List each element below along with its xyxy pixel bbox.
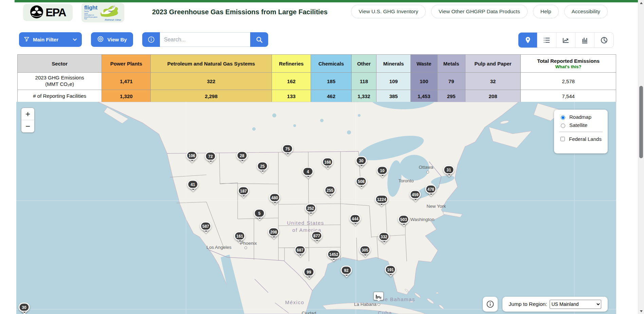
flight-logo[interactable]: flight FacilityLevelInformation onGreenH…: [81, 3, 124, 22]
cluster-marker[interactable]: 187: [238, 186, 249, 196]
scrollbar-thumb[interactable]: [639, 86, 643, 158]
cluster-marker[interactable]: 687: [295, 245, 306, 255]
cluster-marker[interactable]: 191: [385, 265, 396, 274]
facility-marker[interactable]: [373, 292, 384, 300]
scroll-down-arrow[interactable]: [638, 308, 644, 314]
trend-view-button[interactable]: [556, 33, 575, 48]
cluster-marker[interactable]: 587: [200, 222, 211, 231]
cluster-marker[interactable]: 877: [311, 231, 323, 240]
cluster-marker[interactable]: 508: [356, 177, 367, 186]
radio-roadmap[interactable]: [561, 115, 565, 120]
filter-funnel-icon: [24, 36, 30, 43]
sector-column-header: Petroleum and Natural Gas Systems: [151, 55, 272, 73]
search-submit-button[interactable]: [250, 32, 268, 47]
emissions-cell: 32: [465, 73, 520, 90]
radio-satellite[interactable]: [561, 124, 565, 128]
facilities-cell: 385: [376, 90, 411, 103]
search-input[interactable]: [160, 32, 250, 47]
cluster-marker[interactable]: 72: [205, 152, 216, 161]
header-buttons: View U.S. GHG InventoryView Other GHGRP …: [351, 5, 608, 18]
view-by-eye-icon: [97, 36, 104, 43]
cluster-marker[interactable]: 99: [303, 267, 315, 277]
cluster-marker[interactable]: 1452: [327, 250, 341, 259]
header-button[interactable]: Accessibility: [564, 5, 608, 18]
total-emissions-cell: 2,578: [521, 73, 616, 90]
cluster-marker[interactable]: 5: [254, 209, 265, 218]
cluster-marker[interactable]: 161: [234, 232, 245, 241]
epa-logo[interactable]: EPA: [23, 4, 73, 21]
cluster-marker[interactable]: 1224: [375, 195, 388, 204]
header-button[interactable]: View Other GHGRP Data Products: [431, 5, 528, 18]
cluster-marker[interactable]: 10: [377, 166, 388, 175]
map-type-control: Roadmap Satellite Federal Lands: [554, 110, 608, 153]
search-info-button[interactable]: [142, 32, 160, 47]
cluster-marker[interactable]: 480: [269, 193, 280, 202]
facilities-cell: 2,298: [151, 90, 272, 103]
scroll-up-arrow[interactable]: [638, 0, 644, 6]
facilities-row-label: # of Reporting Facilities: [18, 90, 102, 103]
page-title: 2023 Greenhouse Gas Emissions from Large…: [152, 8, 328, 16]
emissions-cell: 109: [376, 73, 411, 90]
cluster-marker[interactable]: 255: [325, 186, 336, 195]
cluster-marker[interactable]: 168: [322, 158, 333, 167]
flight-logo-text: flight: [84, 5, 97, 11]
federal-lands-label: Federal Lands: [569, 136, 602, 142]
jump-to-region-panel: Jump to Region: US Mainland: [502, 297, 608, 312]
cluster-marker[interactable]: 332: [379, 232, 390, 241]
cluster-marker[interactable]: 30: [356, 156, 367, 165]
basemap: [16, 102, 616, 314]
cluster-marker[interactable]: 4: [302, 167, 314, 176]
cluster-marker[interactable]: 503: [398, 215, 409, 224]
cluster-marker[interactable]: 28: [237, 151, 248, 160]
cluster-marker[interactable]: 305: [360, 245, 371, 255]
header-button[interactable]: Help: [533, 5, 559, 18]
satellite-option[interactable]: Satellite: [559, 122, 603, 128]
refresh-view-link[interactable]: Refresh View: [105, 18, 121, 21]
search-group: [142, 32, 268, 47]
pie-chart-view-button[interactable]: [594, 33, 613, 48]
zoom-control: + −: [21, 108, 35, 133]
cluster-marker[interactable]: 92: [341, 266, 352, 275]
map[interactable]: OttawaTorontoNew YorkWashingtonLos Angel…: [16, 102, 616, 314]
sector-column-header: Refineries: [272, 55, 311, 73]
emissions-cell: 118: [351, 73, 376, 90]
cluster-marker[interactable]: 444: [350, 214, 361, 223]
sector-column-header: Power Plants: [102, 55, 151, 73]
map-info-button[interactable]: [483, 297, 498, 312]
bar-chart-view-button[interactable]: [575, 33, 594, 48]
cluster-marker[interactable]: 208: [268, 227, 279, 237]
top-accent-bar: [15, 0, 638, 2]
view-switcher: [518, 32, 614, 48]
whats-this-link[interactable]: What's this?: [523, 64, 613, 69]
list-view-button[interactable]: [537, 33, 556, 48]
cluster-marker[interactable]: 478: [425, 185, 437, 194]
main-filter-button[interactable]: Main Filter: [19, 32, 82, 47]
cluster-marker[interactable]: 30: [19, 303, 30, 312]
region-select[interactable]: US Mainland: [550, 300, 601, 309]
cluster-marker[interactable]: 106: [186, 151, 198, 160]
map-view-button[interactable]: [518, 33, 537, 48]
zoom-out-button[interactable]: −: [21, 120, 34, 132]
cluster-marker[interactable]: 41: [187, 180, 199, 189]
emissions-cell: 1,471: [102, 73, 151, 90]
cluster-marker[interactable]: 25: [257, 162, 268, 171]
header-button[interactable]: View U.S. GHG Inventory: [351, 5, 425, 18]
facilities-cell: 1,453: [411, 90, 437, 103]
zoom-in-button[interactable]: +: [21, 108, 34, 120]
cluster-marker[interactable]: 252: [305, 204, 316, 213]
view-by-button[interactable]: View By: [91, 32, 133, 47]
epa-logo-text: EPA: [45, 6, 66, 19]
emissions-cell: 185: [311, 73, 351, 90]
cluster-marker[interactable]: 31: [443, 165, 455, 174]
line-chart-icon: [562, 36, 570, 44]
cluster-marker[interactable]: 75: [282, 144, 293, 153]
roadmap-option[interactable]: Roadmap: [559, 114, 603, 120]
main-filter-label: Main Filter: [33, 37, 58, 42]
chevron-down-icon: [73, 37, 77, 42]
federal-lands-option[interactable]: Federal Lands: [559, 136, 603, 142]
cluster-marker[interactable]: 459: [410, 190, 421, 199]
facilities-cell: 295: [437, 90, 465, 103]
flight-caption: FacilityLevelInformation onGreenHouse ga…: [84, 11, 97, 20]
federal-lands-checkbox[interactable]: [560, 137, 565, 141]
sector-header-cell: Sector: [18, 55, 102, 73]
